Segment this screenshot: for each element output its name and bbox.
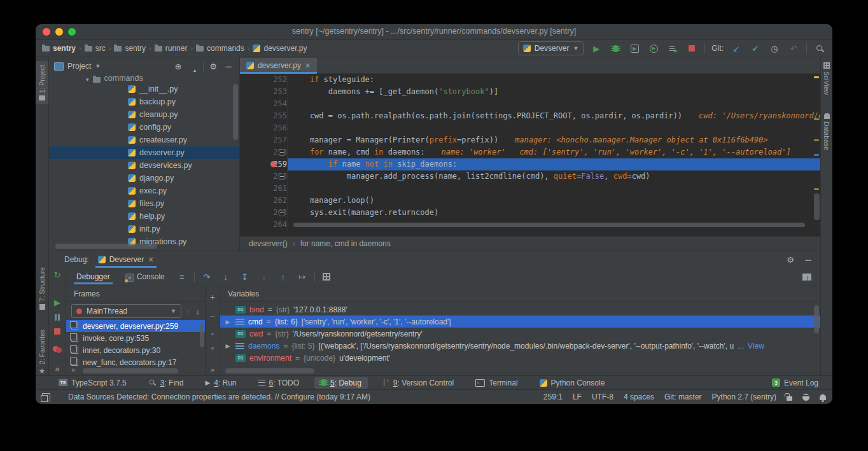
status-message[interactable]: Data Sources Detected: Connection proper… <box>68 392 533 401</box>
status-widget-git-master[interactable]: Git: master <box>664 392 702 401</box>
project-tree-hscrollbar[interactable] <box>55 244 157 249</box>
locate-file-button[interactable]: ⊕ <box>172 62 184 71</box>
stripe-mark-olive[interactable] <box>814 188 819 190</box>
sidebar-tab-sciview[interactable]: SciView <box>821 62 832 95</box>
stop-button[interactable] <box>685 42 698 55</box>
restore-layout-button[interactable] <box>802 274 811 281</box>
breadcrumb-function[interactable]: devserver() <box>249 239 288 248</box>
tree-file-django.py[interactable]: django.py <box>49 172 239 184</box>
gutter-line-259[interactable]: 259 <box>240 158 288 170</box>
status-widget-python-2-7-sentry-[interactable]: Python 2.7 (sentry) <box>712 392 776 401</box>
run-with-coverage-button[interactable]: ▶ <box>628 42 641 55</box>
variable-row-environment[interactable]: 01environment = {unicode} u'development' <box>220 352 820 364</box>
breadcrumb-item-sentry[interactable]: sentry <box>114 44 146 53</box>
step-into-button[interactable]: ↓ <box>219 272 233 282</box>
run-to-cursor-button[interactable]: ↦ <box>295 272 309 282</box>
stripe-mark-olive[interactable] <box>814 118 819 120</box>
tree-file-exec.py[interactable]: exec.py <box>49 184 239 197</box>
frames-more-button[interactable]: » <box>71 366 75 373</box>
variables-hscrollbar[interactable] <box>225 368 314 373</box>
view-breakpoints-button[interactable] <box>53 346 62 352</box>
stop-debug-button[interactable] <box>54 328 60 335</box>
gutter-line-252[interactable]: 252 <box>240 74 288 86</box>
gutter-line-255[interactable]: 255 <box>240 110 288 122</box>
tree-file-createuser.py[interactable]: createuser.py <box>49 134 239 146</box>
sidebar-tab-project[interactable]: 1: Project <box>36 61 48 104</box>
breadcrumb-item-sentry[interactable]: sentry <box>42 44 76 53</box>
rerun-button[interactable]: ↻ <box>54 271 61 279</box>
event-log-button[interactable]: 3 Event Log <box>766 377 825 389</box>
sidebar-tab-favorites[interactable]: 2: Favorites ★ <box>36 330 48 375</box>
gutter-line-258[interactable]: 258 <box>240 146 288 158</box>
toolwindow-button-6-todo[interactable]: 6: TODO <box>252 377 306 389</box>
tree-file-devserver.py[interactable]: devserver.py <box>49 146 239 159</box>
tree-folder-commands[interactable]: ▾commands <box>49 75 239 83</box>
tree-file-__init__.py[interactable]: __init__.py <box>49 83 239 95</box>
thread-select[interactable]: MainThread ▼ <box>71 304 181 318</box>
sidebar-tab-structure[interactable]: 7: Structure <box>36 267 48 310</box>
profile-button[interactable]: ▶ <box>647 42 660 55</box>
fold-marker-icon[interactable] <box>279 149 285 156</box>
more-actions-button[interactable]: » <box>55 364 59 373</box>
frame-row[interactable]: new_func, decorators.py:17 <box>66 356 205 368</box>
status-widget-lf[interactable]: LF <box>573 392 582 401</box>
chevron-down-icon[interactable]: ▼ <box>95 63 101 69</box>
stripe-mark-yellow[interactable] <box>814 76 819 78</box>
move-down-button[interactable]: ▼ <box>210 345 216 352</box>
gutter-line-261[interactable]: 261 <box>240 183 288 195</box>
editor-hscrollbar[interactable] <box>293 223 805 227</box>
debug-settings-button[interactable]: ⚙ <box>785 255 796 265</box>
gutter-line-262[interactable]: 262 <box>240 195 288 207</box>
frame-row[interactable]: invoke, core.py:535 <box>66 332 205 344</box>
expand-arrow-icon[interactable]: ▶ <box>224 319 232 325</box>
variable-row-cwd[interactable]: 01cwd = {str} '/Users/ryanskonnord/getse… <box>220 328 820 340</box>
expand-arrow-icon[interactable]: ▶ <box>224 343 232 349</box>
previous-frame-button[interactable]: ↑ <box>186 307 191 316</box>
stripe-mark-olive[interactable] <box>814 139 819 141</box>
toolwindow-button-3-find[interactable]: 3: Find <box>142 377 190 389</box>
project-tree-vscrollbar[interactable] <box>233 84 238 140</box>
fold-marker-icon[interactable] <box>279 174 285 180</box>
frame-row[interactable]: devserver, devserver.py:259 <box>66 320 205 332</box>
breadcrumb-item-devserver.py[interactable]: devserver.py <box>253 44 307 53</box>
tab-debugger[interactable]: Debugger <box>71 269 115 284</box>
tree-file-files.py[interactable]: files.py <box>49 197 239 210</box>
fold-marker-icon[interactable] <box>279 210 285 216</box>
status-widget-4-spaces[interactable]: 4 spaces <box>624 392 654 401</box>
variable-row-daemons[interactable]: ▶daemons = {list: 5} [('webpack', ['/Use… <box>220 340 820 352</box>
close-icon[interactable]: ✕ <box>148 256 153 264</box>
variables-vscrollbar[interactable] <box>814 305 819 333</box>
status-widget-259-1[interactable]: 259:1 <box>543 392 563 401</box>
vcs-history-button[interactable]: ◷ <box>768 42 781 55</box>
breakpoint-icon[interactable] <box>270 161 277 167</box>
project-settings-button[interactable]: ⚙ <box>207 62 219 71</box>
lock-icon[interactable] <box>787 396 792 401</box>
gutter-line-260[interactable]: 260 <box>240 170 288 183</box>
toolwindow-toggle-icon[interactable] <box>42 393 50 401</box>
run-configuration-select[interactable]: Devserver ▼ <box>518 41 584 55</box>
stripe-mark-blue[interactable] <box>814 154 819 156</box>
hide-debug-panel-button[interactable]: ─ <box>802 255 814 265</box>
gutter-line-254[interactable]: 254 <box>240 98 288 110</box>
layout-menu-button[interactable]: ≡ <box>175 272 189 282</box>
breadcrumb-item-src[interactable]: src <box>85 44 106 53</box>
toolwindow-button-4-run[interactable]: ▶4: Run <box>199 377 242 389</box>
gutter-line-253[interactable]: 253 <box>240 86 288 98</box>
frames-hscrollbar[interactable] <box>83 368 178 373</box>
toolwindow-button-9-version-control[interactable]: 9: Version Control <box>377 377 460 389</box>
variable-row-bind[interactable]: 01bind = {str} '127.0.0.1:8888' <box>220 303 820 316</box>
tab-console[interactable]: »Console <box>120 269 170 285</box>
toolwindow-button-terminal[interactable]: >Terminal <box>469 377 524 389</box>
breadcrumb-item-commands[interactable]: commands <box>196 44 244 53</box>
step-into-my-code-button[interactable]: ↧ <box>238 272 252 282</box>
notifications-icon[interactable] <box>820 394 826 400</box>
frame-row[interactable]: inner, decorators.py:30 <box>66 344 205 356</box>
tree-file-backup.py[interactable]: backup.py <box>49 95 239 108</box>
tree-file-help.py[interactable]: help.py <box>49 210 239 223</box>
gutter-line-263[interactable]: 263 <box>240 207 288 219</box>
editor-tab-devserver[interactable]: devserver.py ✕ <box>240 58 317 73</box>
remove-watch-button[interactable]: − <box>210 312 215 321</box>
hide-panel-button[interactable]: ─ <box>223 62 234 71</box>
next-frame-button[interactable]: ↓ <box>196 307 200 316</box>
editor-vscrollbar[interactable] <box>814 193 820 220</box>
